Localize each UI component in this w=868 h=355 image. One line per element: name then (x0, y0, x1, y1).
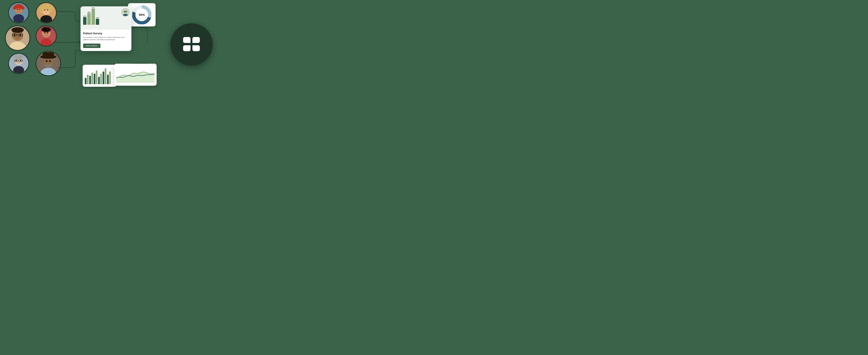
svg-rect-45 (42, 52, 54, 57)
svg-point-25 (19, 34, 21, 36)
card-description: The purpose of this survey is to collect… (83, 36, 129, 41)
svg-point-53 (126, 11, 127, 12)
card-avatar (121, 8, 130, 16)
svg-point-35 (14, 55, 23, 59)
svg-point-7 (17, 9, 18, 10)
svg-point-57 (123, 9, 128, 11)
logo-circle (170, 23, 213, 66)
svg-point-24 (13, 34, 16, 36)
bar-group-1: 24% (83, 15, 87, 25)
col-3b (96, 70, 97, 84)
take-survey-button[interactable]: TAKE SURVEY (83, 44, 100, 48)
svg-point-3 (13, 14, 24, 23)
logo-grid (183, 37, 200, 52)
col-2b (91, 73, 93, 84)
col-2a (89, 76, 91, 84)
svg-point-5 (13, 6, 17, 10)
line-chart-svg (116, 66, 154, 83)
svg-point-47 (49, 60, 51, 62)
svg-point-16 (47, 9, 48, 10)
col-5a (102, 72, 104, 84)
svg-point-14 (48, 6, 53, 13)
bar-group-3: 52% (92, 7, 95, 25)
svg-point-13 (40, 6, 44, 13)
avatar-person-3 (5, 25, 30, 51)
card-title: Patient Survey (83, 32, 129, 35)
svg-point-40 (20, 60, 22, 61)
col-5b (105, 68, 106, 84)
col-6b (109, 72, 111, 84)
bar-label-1: 24% (83, 15, 86, 17)
bar-1 (83, 17, 87, 25)
svg-point-6 (21, 6, 24, 10)
col-group-4 (98, 74, 102, 84)
donut-wrapper: 50% (132, 5, 151, 24)
survey-card: 24% 36% 52% 18% (81, 6, 131, 51)
svg-point-39 (16, 60, 17, 61)
bar-4 (96, 19, 99, 25)
people-cluster (4, 2, 80, 87)
col-group-6 (107, 72, 111, 84)
card-content: Patient Survey The purpose of this surve… (81, 30, 131, 51)
svg-point-46 (46, 60, 48, 62)
svg-point-29 (41, 27, 51, 32)
line-chart-card (114, 64, 157, 86)
donut-card: 50% (128, 3, 156, 27)
column-chart (85, 67, 115, 84)
donut-label: 50% (139, 13, 145, 16)
col-group-1 (85, 75, 89, 84)
svg-point-30 (44, 32, 45, 33)
bar-label-4: 18% (96, 17, 99, 19)
col-group-5 (102, 68, 106, 84)
bar-label-3: 52% (92, 7, 95, 9)
logo-tile-bl (183, 45, 190, 51)
svg-point-8 (19, 9, 21, 10)
avatar-person-6 (36, 51, 61, 76)
logo-tile-tl (183, 37, 190, 43)
bar-group-4: 18% (96, 17, 99, 25)
col-6a (107, 75, 109, 84)
col-group-3 (94, 70, 97, 84)
bar-3 (92, 9, 95, 25)
avatar-person-5 (8, 53, 29, 74)
col-3a (94, 74, 95, 84)
col-4b (100, 74, 102, 84)
card-chart-area: 24% 36% 52% 18% (81, 6, 131, 30)
avatar-person-2 (36, 2, 57, 23)
bar-label-2: 36% (88, 11, 91, 13)
svg-point-31 (47, 32, 48, 33)
col-1b (87, 75, 89, 84)
avatar-person-4 (36, 25, 57, 46)
avatar-person-1 (8, 2, 29, 23)
bar-2 (87, 13, 91, 25)
svg-point-48 (44, 64, 52, 67)
col-4a (98, 77, 100, 84)
svg-point-20 (11, 27, 24, 33)
col-1a (85, 78, 87, 84)
svg-point-15 (44, 9, 45, 10)
column-chart-card (83, 65, 117, 87)
svg-point-52 (124, 11, 125, 12)
col-group-2 (89, 73, 93, 84)
logo-tile-br (192, 45, 200, 51)
logo-tile-tr (192, 37, 200, 43)
bar-group-2: 36% (87, 11, 91, 25)
scene: 24% 36% 52% 18% (0, 0, 217, 89)
